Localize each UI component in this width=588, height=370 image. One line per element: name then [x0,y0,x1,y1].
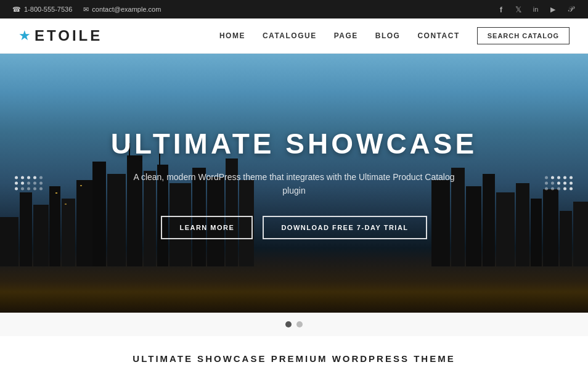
nav-catalogue[interactable]: CATALOGUE [263,31,317,40]
slide-indicator-1[interactable] [285,321,292,327]
top-bar-left: ☎ 1-800-555-7536 ✉ contact@example.com [12,6,161,14]
main-nav: HOME CATALOGUE PAGE BLOG CONTACT SEARCH … [219,27,570,44]
phone-contact: ☎ 1-800-555-7536 [12,6,72,14]
top-bar: ☎ 1-800-555-7536 ✉ contact@example.com f… [0,0,588,18]
youtube-icon[interactable]: ▶ [547,4,558,15]
logo[interactable]: ★ ETOILE [18,27,102,44]
download-trial-button[interactable]: DOWNLOAD FREE 7-DAY TRIAL [263,216,427,239]
twitter-icon[interactable]: 𝕏 [513,4,524,15]
hero-buttons: LEARN MORE DOWNLOAD FREE 7-DAY TRIAL [161,216,427,239]
nav-home[interactable]: HOME [219,31,245,40]
facebook-icon[interactable]: f [496,4,507,15]
footer-section: ULTIMATE SHOWCASE PREMIUM WORDPRESS THEM… [0,336,588,370]
footer-title: ULTIMATE SHOWCASE PREMIUM WORDPRESS THEM… [12,353,576,364]
header: ★ ETOILE HOME CATALOGUE PAGE BLOG CONTAC… [0,18,588,54]
pinterest-icon[interactable]: 𝒫 [565,4,576,15]
learn-more-button[interactable]: LEARN MORE [161,216,253,239]
hero-content: ULTIMATE SHOWCASE A clean, modern WordPr… [0,54,588,313]
nav-page[interactable]: PAGE [334,31,358,40]
email-address: contact@example.com [92,6,161,13]
phone-number: 1-800-555-7536 [24,6,72,13]
slide-indicators [0,313,588,336]
social-links: f 𝕏 in ▶ 𝒫 [496,4,576,15]
hero-title: ULTIMATE SHOWCASE [111,127,477,160]
linkedin-icon[interactable]: in [530,4,541,15]
logo-star-icon: ★ [18,28,31,44]
hero-subtitle: A clean, modern WordPress theme that int… [121,170,467,198]
slide-indicator-2[interactable] [296,321,303,327]
logo-text: ETOILE [35,27,102,44]
nav-contact[interactable]: CONTACT [417,31,459,40]
search-catalog-button[interactable]: SEARCH CATALOG [477,27,570,44]
email-contact: ✉ contact@example.com [83,6,161,14]
email-icon: ✉ [83,6,89,14]
hero-section: ULTIMATE SHOWCASE A clean, modern WordPr… [0,54,588,313]
phone-icon: ☎ [12,6,21,14]
nav-blog[interactable]: BLOG [375,31,401,40]
